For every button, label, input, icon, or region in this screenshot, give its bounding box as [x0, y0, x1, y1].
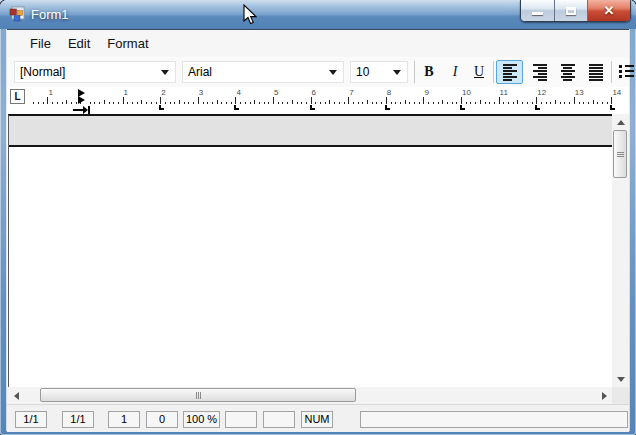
tab-arrow-marker[interactable]	[73, 106, 91, 114]
horizontal-scrollbar-thumb[interactable]	[40, 388, 356, 402]
status-bar: 1/11/110100 %NUM	[7, 404, 629, 432]
tab-stop-marker[interactable]	[234, 105, 239, 110]
ruler-tick	[541, 102, 542, 104]
status-panel-0: 1/1	[15, 411, 47, 428]
justify-button[interactable]	[583, 60, 608, 84]
ruler-tick	[583, 102, 584, 104]
ruler-tick	[447, 102, 448, 104]
ruler-tick	[109, 102, 110, 104]
ruler-tick	[207, 102, 208, 104]
align-left-button[interactable]	[496, 60, 523, 84]
scroll-down-button[interactable]	[612, 371, 629, 387]
ruler-number: 14	[612, 88, 621, 97]
ruler-tick	[104, 100, 105, 104]
close-button[interactable]: ✕	[587, 0, 630, 21]
arrow-up-icon	[617, 120, 625, 125]
horizontal-scrollbar[interactable]	[8, 387, 612, 404]
vertical-scrollbar[interactable]	[612, 114, 629, 387]
italic-button[interactable]: I	[444, 60, 466, 84]
ruler-tick	[165, 102, 166, 104]
ruler-tick	[353, 102, 354, 104]
ruler-tick	[499, 97, 500, 104]
ruler-tick	[428, 102, 429, 104]
ruler-tick	[212, 102, 213, 104]
menu-bar: File Edit Format	[7, 30, 629, 57]
menu-item-edit[interactable]: Edit	[68, 36, 90, 51]
tab-stop-marker[interactable]	[310, 105, 315, 110]
ruler[interactable]: L 11234567891011121314	[7, 87, 629, 114]
ruler-tick	[329, 100, 330, 104]
ruler-tick	[259, 102, 260, 104]
justify-icon	[589, 64, 603, 81]
chevron-down-icon[interactable]	[161, 70, 169, 75]
status-panel-1: 1/1	[62, 411, 94, 428]
ruler-tick	[315, 102, 316, 104]
maximize-icon	[566, 7, 576, 15]
ruler-number: 13	[575, 88, 584, 97]
ruler-tick	[141, 100, 142, 104]
toolbar-separator	[414, 61, 415, 83]
chevron-down-icon[interactable]	[393, 70, 401, 75]
ruler-tick	[156, 102, 157, 104]
chevron-down-icon[interactable]	[329, 70, 337, 75]
scroll-up-button[interactable]	[612, 114, 629, 130]
caption-button-group: ✕	[520, 0, 631, 22]
ruler-number: 1	[124, 88, 128, 97]
title-bar[interactable]: Form1 ✕	[0, 0, 636, 29]
app-window: Form1 ✕ File Edit Format [Normal]	[0, 0, 636, 435]
tab-stop-marker[interactable]	[535, 105, 540, 110]
scroll-left-button[interactable]	[8, 387, 24, 404]
format-toolbar: [Normal] Arial 10 B I U	[7, 57, 629, 87]
ruler-tick	[188, 102, 189, 104]
tab-stop-marker[interactable]	[159, 105, 164, 110]
vertical-scrollbar-thumb[interactable]	[613, 130, 627, 178]
ruler-tick	[179, 100, 180, 104]
ruler-tick	[433, 102, 434, 104]
minimize-button[interactable]	[521, 0, 554, 21]
tab-stop-marker[interactable]	[610, 105, 615, 110]
ruler-tick	[517, 100, 518, 104]
menu-item-file[interactable]: File	[30, 36, 51, 51]
font-size-combobox[interactable]: 10	[350, 61, 408, 83]
ruler-tick	[456, 102, 457, 104]
ruler-tick	[320, 102, 321, 104]
ruler-tick	[339, 102, 340, 104]
document-page[interactable]	[8, 114, 612, 387]
paragraph-style-combobox[interactable]: [Normal]	[14, 61, 176, 83]
bullet-list-button[interactable]	[614, 60, 636, 84]
underline-button[interactable]: U	[468, 60, 490, 84]
font-family-combobox[interactable]: Arial	[182, 61, 344, 83]
ruler-tick	[137, 102, 138, 104]
ruler-tick	[33, 102, 34, 104]
hanging-indent-icon	[78, 96, 85, 104]
tab-stop-marker[interactable]	[385, 105, 390, 110]
ruler-tick	[395, 102, 396, 104]
align-right-button[interactable]	[527, 60, 552, 84]
scroll-right-button[interactable]	[596, 387, 612, 404]
align-center-icon	[561, 64, 575, 81]
indent-marker[interactable]	[78, 89, 86, 104]
paragraph-style-value: [Normal]	[20, 65, 65, 79]
ruler-tick	[306, 102, 307, 104]
client-area: File Edit Format [Normal] Arial 10 B I	[7, 29, 629, 431]
arrow-left-icon	[14, 392, 19, 400]
maximize-button[interactable]	[554, 0, 587, 21]
bold-button[interactable]: B	[418, 60, 440, 84]
ruler-number: 8	[387, 88, 391, 97]
ruler-tick	[268, 102, 269, 104]
ruler-tick	[461, 97, 462, 104]
align-center-button[interactable]	[555, 60, 580, 84]
form-icon	[9, 6, 25, 22]
ruler-tick	[203, 102, 204, 104]
scrollbar-corner	[612, 387, 629, 404]
status-panel-8	[360, 411, 628, 428]
ruler-tick	[362, 102, 363, 104]
ruler-number: 1	[48, 88, 52, 97]
menu-item-format[interactable]: Format	[107, 36, 148, 51]
ruler-tick	[372, 102, 373, 104]
font-family-value: Arial	[188, 65, 212, 79]
ruler-tick	[494, 102, 495, 104]
tab-stop-marker[interactable]	[460, 105, 465, 110]
ruler-tick	[231, 102, 232, 104]
tab-alignment-selector[interactable]: L	[10, 89, 25, 104]
